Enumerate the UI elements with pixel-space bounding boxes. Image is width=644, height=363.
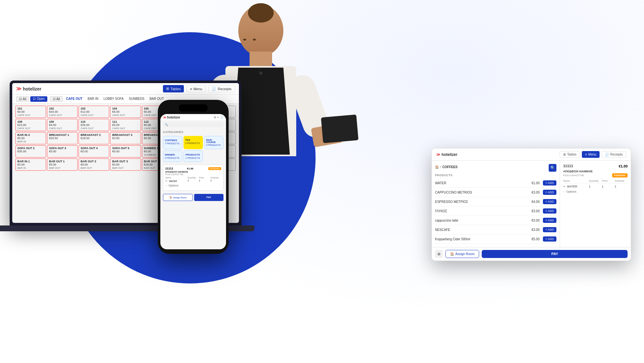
product-price: €5.00 — [532, 237, 540, 241]
tablet-tab-tables[interactable]: ⊞ Tables — [560, 151, 580, 158]
search-icon: 🔍 — [550, 166, 555, 170]
product-row-nescafe: NESCAFE €3.00 + ADD — [435, 225, 556, 234]
table-row[interactable]: 109 €6.50 CAFE OUT — [47, 119, 78, 131]
edit-icon: ✏ — [165, 179, 168, 183]
table-row[interactable]: BREAKFAST 2 €18.00 — [79, 132, 109, 144]
table-row[interactable]: BREAKFAST 3 €3.50 — [110, 132, 141, 144]
checkbox-icon: ☑ — [19, 97, 22, 101]
options-label: Options — [168, 184, 178, 187]
table-row[interactable]: 110 €26.00 CAFE OUT — [79, 119, 109, 131]
phone-footer: 🏠 Assign Room PAY — [160, 192, 226, 202]
tablet-nav-tabs: ⊞ Tables ≡ Menu 🧾 Receipts — [560, 151, 626, 158]
table-row[interactable]: 102 €44.00 CAFE OUT — [47, 106, 78, 118]
category-dinner[interactable]: DINNER 0 products — [163, 150, 182, 162]
table-row[interactable]: 104 €6.00 CAFE OUT — [110, 106, 141, 118]
table-row[interactable]: SOFA OUT 2 €35.00 — [15, 145, 46, 158]
table-row[interactable]: BAR IN 1 €0.00 BAR IN — [15, 158, 46, 171]
table-row[interactable]: SOFA OUT 5 €0.00 — [110, 145, 141, 158]
assign-room-icon: 🏠 — [169, 196, 172, 199]
tablet-logo: ≫ hotelizer — [436, 152, 458, 157]
laptop-tab-menu[interactable]: ≡ Menu — [186, 85, 206, 92]
col-qty: Quantity — [187, 177, 198, 179]
tablet-col-subtotal: Subtotal — [615, 179, 628, 182]
table-row[interactable]: BAR OUT 2 €9.00 BAR OUT — [79, 158, 109, 171]
filter-all-label: All — [23, 97, 26, 101]
laptop-tab-receipts[interactable]: 🧾 Receipts — [208, 85, 235, 92]
tablet-item-name: WATER — [567, 185, 577, 188]
product-price: €3.00 — [532, 209, 540, 213]
table-row[interactable]: BAR OUT 3 €0.00 BAR OUT — [110, 158, 141, 171]
phone-nav-icon-1: ⊞ — [214, 116, 216, 119]
tablet-pay-button[interactable]: PAY — [482, 250, 628, 258]
phone-logo: ≫ hotelizer — [163, 116, 180, 119]
table-row[interactable]: BAR IN 3 €5.50 BAR IN — [15, 132, 46, 144]
tables-icon: ⊞ — [166, 87, 169, 91]
add-nescafe-button[interactable]: + ADD — [543, 227, 556, 232]
tablet-logo-text: hotelizer — [441, 152, 457, 157]
add-cappuccino-latte-button[interactable]: + ADD — [543, 218, 556, 223]
add-espresso-button[interactable]: + ADD — [543, 199, 556, 204]
table-row[interactable]: SOFA OUT 4 €0.00 — [79, 145, 109, 158]
category-coffees[interactable]: COFFEES 7 products — [163, 136, 182, 149]
tablet-tab-receipts[interactable]: 🧾 Receipts — [601, 151, 626, 158]
col-subtotal: Subtotal — [210, 177, 221, 179]
home-icon[interactable]: 🏠 — [435, 165, 439, 169]
loc-all[interactable]: ☑ All — [50, 96, 63, 102]
search-button[interactable]: 🔍 — [549, 164, 556, 172]
tablet-receipt-title: 11111 — [563, 164, 573, 168]
product-row-water: WATER €1.00 + ADD — [435, 178, 556, 188]
location-filters: ☑ All CAFE OUT BAR IN LOBBY SOFA SUNBEDS… — [50, 96, 166, 102]
tablet-pos-name: ΑΠΟΔΕΙΞΗ ΛΙΑΝΙΚΗΣ — [563, 170, 628, 173]
loc-bar-in[interactable]: BAR IN — [86, 96, 100, 102]
tablet-col-name: Name — [563, 179, 589, 182]
tablet-menu-icon: ≡ — [585, 153, 587, 156]
table-row[interactable]: 103 €12.00 CAFE OUT — [79, 106, 109, 118]
tablet-icon-button[interactable]: ⊟ — [435, 250, 443, 258]
col-price: Price — [199, 177, 210, 179]
cat-main-count: 0 products — [206, 144, 222, 146]
tablet-tab-menu[interactable]: ≡ Menu — [582, 151, 600, 158]
tablet-tables-icon: ⊞ — [563, 153, 566, 156]
loc-sunbeds[interactable]: SUNBEDS — [127, 96, 146, 102]
category-main-course[interactable]: MAIN COURSE 0 products — [204, 136, 223, 149]
table-row[interactable]: 108 €15.00 CAFE OUT — [15, 119, 46, 131]
category-products[interactable]: Products 1 products — [184, 150, 203, 162]
laptop-tab-tables[interactable]: ⊞ Tables — [163, 85, 184, 92]
tablet-item-price: 1 — [602, 185, 615, 188]
table-row[interactable]: BAR OUT 1 €0.00 BAR OUT — [47, 158, 78, 171]
edit-item-icon: ✏ — [563, 185, 566, 188]
add-glykos-button[interactable]: + ADD — [543, 208, 556, 214]
table-row[interactable]: 101 €0.00 CAFE OUT — [15, 106, 46, 118]
tablet-menu-label: Menu — [588, 153, 596, 156]
add-water-button[interactable]: + ADD — [543, 180, 556, 186]
table-row[interactable]: 111 €0.00 CAFE OUT — [110, 119, 141, 131]
phone-search-bar[interactable]: 🔍 — [163, 122, 223, 127]
loc-lobby-sofa[interactable]: LOBBY SOFA — [101, 96, 126, 102]
options-button[interactable]: ··· Options — [165, 183, 221, 188]
item-subtotal: 1 — [210, 179, 221, 183]
tablet-col-price: Price — [602, 179, 615, 182]
tablet-receipt-panel: 11111 €1.00 ΑΠΟΔΕΙΞΗ ΛΙΑΝΙΚΗΣ POS-U3VH2T… — [560, 161, 631, 247]
col-name: Name — [165, 177, 187, 179]
cat-tea-name: TEA — [185, 139, 201, 141]
category-tea[interactable]: TEA 2 products — [184, 136, 203, 149]
add-cappuccino-button[interactable]: + ADD — [543, 190, 556, 195]
phone-pay-button[interactable]: PAY — [194, 194, 223, 201]
item-name: WATER — [169, 180, 177, 182]
item-price: 1 — [199, 179, 210, 183]
product-price: €3.00 — [532, 228, 540, 232]
tablet-tables-label: Tables — [567, 153, 576, 156]
tablet-options-button[interactable]: ··· Options — [563, 189, 628, 195]
receipt-pos-name: ΑΠΟΔΕΙΞΗ ΛΙΑΝΙΚΗΣ — [165, 171, 221, 173]
filter-open[interactable]: ☑ Open — [30, 96, 47, 102]
table-row[interactable]: SOFA OUT 3 €0.00 — [47, 145, 78, 158]
table-row[interactable]: BREAKFAST 1 €25.50 — [47, 132, 78, 144]
receipt-item-row: ✏ WATER 1 1 1 — [165, 179, 221, 183]
loc-cafe-out[interactable]: CAFE OUT — [64, 96, 84, 102]
cat-coffees-count: 7 products — [165, 142, 180, 145]
phone-assign-room-button[interactable]: 🏠 Assign Room — [163, 194, 193, 201]
add-kopparberg-button[interactable]: + ADD — [543, 236, 556, 242]
filter-all[interactable]: ☑ All — [16, 96, 29, 102]
tablet-assign-room-button[interactable]: 🏠 Assign Room — [445, 250, 479, 258]
phone-nav-icon-3: 🧾 — [220, 116, 223, 119]
